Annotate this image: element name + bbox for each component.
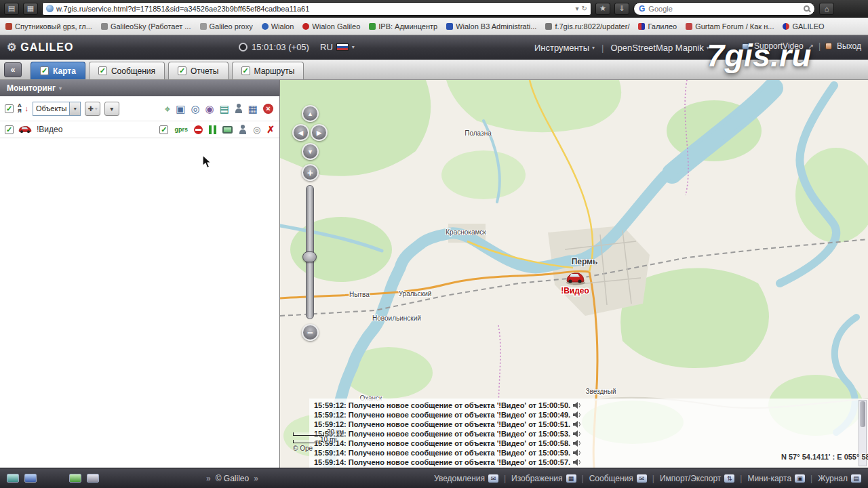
bookmark-item[interactable]: Спутниковый gps, гл... (5, 22, 92, 30)
bookmark-item[interactable]: Galileo proxy (200, 22, 253, 30)
list-options-button[interactable]: ▾ (104, 102, 119, 116)
bookmark-item[interactable]: Wialon Galileo (302, 22, 360, 30)
speaker-icon[interactable] (573, 449, 581, 456)
screens-icon[interactable] (69, 474, 81, 483)
search-input[interactable] (648, 5, 800, 13)
screens-icon[interactable]: ▣ (176, 104, 185, 114)
bookmark-item[interactable]: Wialon B3 Administrati... (446, 22, 536, 30)
display-icon[interactable] (24, 474, 37, 483)
checkbox-icon[interactable]: ✓ (98, 66, 107, 75)
pan-down-button[interactable]: ▼ (302, 143, 319, 160)
separator: | (601, 43, 604, 53)
search-icon[interactable] (804, 5, 810, 12)
speaker-icon[interactable] (573, 440, 581, 447)
search-bar[interactable]: G (633, 2, 815, 16)
bookmark-label: GalileoSky (Работает ... (111, 22, 191, 30)
tab-reports[interactable]: ✓ Отчеты (168, 62, 228, 79)
unit-row[interactable]: ✓ !Видео ✓ gprs ◎ ✗ (0, 121, 279, 138)
journal-button[interactable]: Журнал▤ (818, 474, 861, 483)
speaker-icon[interactable] (573, 421, 581, 428)
logout-link[interactable]: Выход (837, 41, 861, 51)
checkbox-icon[interactable]: ✓ (178, 66, 186, 75)
images-button[interactable]: Изображения▦ (511, 474, 576, 483)
checkbox-icon[interactable]: ✓ (241, 66, 250, 75)
pan-left-button[interactable]: ◀ (292, 124, 309, 141)
add-object-button[interactable]: ✚▾ (85, 102, 100, 116)
zoom-slider-handle[interactable] (302, 251, 317, 262)
pan-right-button[interactable]: ▶ (311, 124, 328, 141)
zoom-in-button[interactable]: + (302, 164, 319, 181)
monitor-icon[interactable] (7, 474, 19, 483)
url-dropdown-icon[interactable]: ▾ (576, 5, 579, 12)
clock: 15:01:03 (+05) (239, 42, 309, 52)
select-all-checkbox[interactable]: ✓ (5, 104, 14, 113)
bookmark-item[interactable]: f.7gis.ru:8022/updater/ (545, 22, 629, 30)
objects-filter-select[interactable]: Объекты ▾ (33, 102, 81, 116)
signal-icon[interactable]: ◉ (205, 104, 214, 114)
chevron-down-icon: ▾ (707, 45, 709, 51)
logo-text: GALILEO (20, 41, 73, 54)
unit-name[interactable]: !Видео (37, 125, 155, 134)
search-objects-icon[interactable]: ◎ (191, 104, 199, 114)
speaker-icon[interactable] (573, 459, 581, 466)
speaker-icon[interactable] (573, 430, 581, 437)
bookmarks-bar: Спутниковый gps, гл... GalileoSky (Работ… (0, 18, 868, 35)
no-movement-icon (194, 125, 203, 134)
support-video-link[interactable]: SupportVideo (754, 41, 804, 51)
checkbox-icon[interactable]: ✓ (40, 66, 49, 75)
notifications-button[interactable]: Уведомления✉ (434, 474, 498, 483)
bookmark-item[interactable]: Gurtam Forum / Как н... (686, 22, 774, 30)
home-icon[interactable]: ⌂ (819, 3, 834, 15)
sort-az-icon[interactable]: АЯ↓ (18, 103, 28, 114)
address-bar[interactable]: ▾ ↻ (42, 2, 591, 16)
driver-icon[interactable] (235, 104, 243, 113)
table-icon[interactable]: ▦ (248, 104, 258, 114)
bookmark-label: Wialon (271, 22, 294, 30)
tab-messages[interactable]: ✓ Сообщения (89, 62, 165, 79)
bookmark-star-icon[interactable]: ★ (595, 3, 610, 15)
locate-icon[interactable]: ⌖ (165, 104, 170, 114)
bookmark-item[interactable]: Галилео (638, 22, 677, 30)
bookmark-favicon (302, 23, 309, 30)
url-input[interactable] (56, 5, 573, 13)
tab-list-icon[interactable]: ▦ (23, 3, 38, 15)
bookmark-item[interactable]: IPB: Админцентр (369, 22, 437, 30)
download-icon[interactable]: ⇓ (614, 3, 629, 15)
envelope-icon: ✉ (637, 474, 647, 483)
unit-visibility-checkbox[interactable]: ✓ (5, 125, 14, 134)
watch-checkbox[interactable]: ✓ (159, 125, 168, 134)
minimap-button[interactable]: Мини-карта▣ (747, 474, 805, 483)
reload-icon[interactable]: ↻ (582, 5, 587, 12)
messages-button[interactable]: Сообщения✉ (589, 474, 647, 483)
journal-icon: ▤ (851, 474, 861, 483)
bookmark-item[interactable]: GalileoSky (Работает ... (101, 22, 191, 30)
follow-icon[interactable]: ◎ (253, 125, 260, 135)
header-right: SupportVideo ↗ | Выход (742, 41, 861, 51)
page-menu-icon[interactable]: ▤ (4, 3, 19, 15)
language-selector[interactable]: RU ▾ (320, 42, 355, 52)
external-link-icon: ↗ (808, 43, 814, 50)
zoom-out-button[interactable]: − (302, 324, 319, 341)
select-arrow-icon[interactable]: ▾ (69, 102, 80, 115)
notifications-label: Уведомления (434, 474, 485, 483)
remove-unit-icon[interactable]: ✗ (267, 125, 275, 134)
pan-up-button[interactable]: ▲ (302, 105, 319, 122)
tools-menu[interactable]: Инструменты ▾ (534, 43, 595, 53)
bookmark-label: IPB: Админцентр (378, 22, 437, 30)
monitoring-header[interactable]: Мониторинг ▾ (0, 80, 279, 96)
tab-routes[interactable]: ✓ Маршруты (232, 62, 304, 79)
galileo-logo: ⚙ GALILEO (7, 41, 73, 54)
map-area[interactable]: Полазна Краснокамск Пермь Нытва Уральски… (280, 80, 868, 468)
speaker-icon[interactable] (573, 411, 581, 418)
monitor-state-icon[interactable]: ▤ (220, 104, 229, 114)
workspace-icon[interactable] (87, 474, 99, 483)
bookmark-item[interactable]: GALILEO (783, 22, 824, 30)
tab-map[interactable]: ✓ Карта (31, 62, 85, 79)
map-provider-menu[interactable]: OpenStreetMap Mapnik ▾ (610, 43, 709, 53)
bookmark-item[interactable]: Wialon (262, 22, 294, 30)
scrollbar-thumb[interactable] (860, 401, 865, 427)
remove-all-icon[interactable]: × (263, 104, 273, 114)
speaker-icon[interactable] (573, 402, 581, 409)
collapse-sidebar-button[interactable]: « (4, 62, 22, 77)
import-export-button[interactable]: Импорт/Экспорт⇅ (660, 474, 734, 483)
